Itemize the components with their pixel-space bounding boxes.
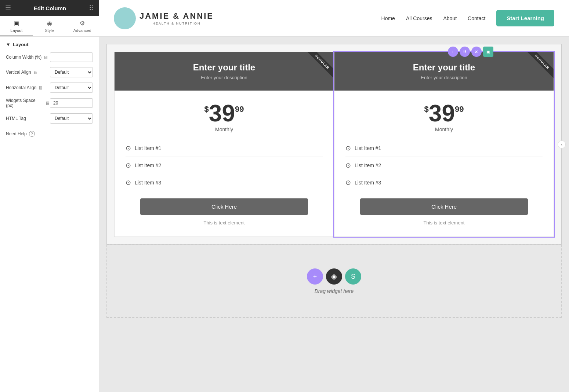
tab-advanced[interactable]: ⚙ Advanced	[66, 16, 99, 36]
toolbar-edit-button[interactable]: ▣	[483, 47, 493, 57]
price-period-1: Monthly	[215, 127, 233, 132]
pricing-card-2-body: $ 39 99 Monthly ⊙ List Item #1 ⊙	[334, 91, 554, 237]
click-here-button-2[interactable]: Click Here	[360, 198, 528, 215]
toolbar-move-button[interactable]: ⠿	[460, 47, 470, 57]
tab-layout-label: Layout	[10, 28, 22, 33]
horizontal-align-select[interactable]: Default Left Center Right	[50, 83, 93, 93]
price-dollar-1: $	[204, 105, 209, 114]
drag-section: + ◉ S Drag widget here	[106, 245, 562, 318]
check-icon: ⊙	[126, 144, 131, 152]
horizontal-align-row: Horizontal Align 🖥 Default Left Center R…	[6, 83, 93, 93]
canvas-inner: + ⠿ ✕ ▣ Enter your title Enter your desc…	[99, 37, 569, 325]
nav-home[interactable]: Home	[381, 15, 395, 21]
list-items-1: ⊙ List Item #1 ⊙ List Item #2 ⊙ List Ite…	[126, 140, 323, 191]
text-element-2: This is text element	[424, 220, 465, 226]
monitor-icon-1: 🖥	[33, 70, 38, 75]
pricing-card-2-header: Enter your title Enter your description …	[334, 52, 554, 91]
pricing-card-1-header: Enter your title Enter your description …	[115, 52, 334, 91]
tab-style[interactable]: ◉ Style	[33, 16, 66, 36]
pricing-card-2-desc: Enter your description	[342, 75, 546, 80]
widgets-space-input-wrapper	[50, 98, 93, 108]
html-tag-label: HTML Tag	[6, 116, 50, 121]
pricing-card-1-body: $ 39 99 Monthly ⊙ List Item #1 ⊙	[115, 91, 334, 237]
canvas: + ⠿ ✕ ▣ Enter your title Enter your desc…	[99, 37, 569, 392]
advanced-tab-icon: ⚙	[80, 20, 85, 27]
click-here-button-1[interactable]: Click Here	[140, 198, 308, 215]
widgets-space-input[interactable]	[50, 98, 93, 108]
logo-circle	[114, 7, 136, 29]
price-cents-2: 99	[455, 105, 464, 114]
navbar: JAMIE & ANNIE HEALTH & NUTRITION Home Al…	[99, 0, 569, 37]
widgets-space-label: Widgets Space (px) 🖥	[6, 98, 50, 108]
check-icon: ⊙	[345, 179, 351, 187]
check-icon: ⊙	[345, 161, 351, 169]
drag-icon-element[interactable]: S	[345, 268, 361, 285]
drag-icons: + ◉ S	[307, 268, 361, 285]
pricing-card-1-title: Enter your title	[122, 62, 326, 73]
pricing-card-2-title: Enter your title	[342, 62, 546, 73]
main-area: JAMIE & ANNIE HEALTH & NUTRITION Home Al…	[99, 0, 569, 392]
nav-contact[interactable]: Contact	[468, 15, 485, 21]
horizontal-align-label: Horizontal Align 🖥	[6, 85, 50, 91]
vertical-align-select[interactable]: Default Top Middle Bottom	[50, 67, 93, 77]
list-item: ⊙ List Item #2	[345, 157, 543, 174]
check-icon: ⊙	[345, 144, 351, 152]
monitor-icon-2: 🖥	[38, 85, 43, 91]
widgets-space-row: Widgets Space (px) 🖥	[6, 98, 93, 108]
price-period-2: Monthly	[435, 127, 453, 132]
floating-toolbar: + ⠿ ✕ ▣	[448, 47, 493, 57]
layout-tab-icon: ▣	[14, 20, 19, 27]
html-tag-input-wrapper: Default div section article	[50, 113, 93, 124]
help-icon: ?	[29, 131, 35, 137]
list-item: ⊙ List Item #1	[345, 140, 543, 157]
pricing-card-2: Enter your title Enter your description …	[334, 52, 554, 237]
list-item: ⊙ List Item #1	[126, 140, 323, 157]
vertical-align-label: Vertical Align 🖥	[6, 70, 50, 75]
list-item: ⊙ List Item #3	[345, 174, 543, 191]
nav-about[interactable]: About	[443, 15, 457, 21]
price-dollar-2: $	[424, 105, 429, 114]
toolbar-close-button[interactable]: ✕	[471, 47, 482, 57]
layout-section-header[interactable]: ▼ Layout	[6, 42, 93, 47]
list-item: ⊙ List Item #2	[126, 157, 323, 174]
hamburger-icon[interactable]: ☰	[5, 4, 11, 12]
list-items-2: ⊙ List Item #1 ⊙ List Item #2 ⊙ List Ite…	[345, 140, 543, 191]
tab-layout[interactable]: ▣ Layout	[0, 16, 33, 36]
section-arrow: ▼	[6, 42, 11, 47]
tab-advanced-label: Advanced	[73, 28, 91, 33]
toolbar-add-button[interactable]: +	[448, 47, 458, 57]
monitor-icon-0: 🖥	[43, 55, 48, 60]
column-width-label: Column Width (%) 🖥	[6, 55, 50, 60]
style-tab-icon: ◉	[47, 20, 52, 27]
start-learning-button[interactable]: Start Learning	[496, 10, 554, 26]
logo-sub: HEALTH & NUTRITION	[139, 22, 214, 25]
drag-text: Drag widget here	[315, 288, 354, 294]
top-bar-title: Edit Column	[34, 5, 66, 11]
column-width-input[interactable]	[50, 52, 93, 62]
column-width-input-wrapper	[50, 52, 93, 62]
logo-text: JAMIE & ANNIE HEALTH & NUTRITION	[139, 11, 214, 25]
drag-icon-widget[interactable]: ◉	[326, 268, 342, 285]
panel-content: ▼ Layout Column Width (%) 🖥 Vertical Ali…	[0, 37, 99, 392]
tab-style-label: Style	[45, 28, 54, 33]
text-element-1: This is text element	[204, 220, 245, 226]
column-width-row: Column Width (%) 🖥	[6, 52, 93, 62]
top-bar: ☰ Edit Column ⠿	[0, 0, 99, 16]
price-cents-1: 99	[235, 105, 244, 114]
collapse-toggle[interactable]: ‹	[558, 140, 566, 149]
monitor-icon-3: 🖥	[45, 100, 50, 106]
html-tag-select[interactable]: Default div section article	[50, 113, 93, 124]
horizontal-align-input-wrapper: Default Left Center Right	[50, 83, 93, 93]
price-amount-1: 39	[209, 102, 235, 125]
vertical-align-row: Vertical Align 🖥 Default Top Middle Bott…	[6, 67, 93, 77]
nav-all-courses[interactable]: All Courses	[406, 15, 432, 21]
check-icon: ⊙	[126, 179, 131, 187]
grid-icon[interactable]: ⠿	[89, 4, 94, 12]
nav-links: Home All Courses About Contact Start Lea…	[381, 10, 554, 26]
pricing-card-1-desc: Enter your description	[122, 75, 326, 80]
need-help[interactable]: Need Help ?	[6, 131, 93, 137]
vertical-align-input-wrapper: Default Top Middle Bottom	[50, 67, 93, 77]
logo: JAMIE & ANNIE HEALTH & NUTRITION	[114, 7, 214, 29]
drag-icon-add[interactable]: +	[307, 268, 323, 285]
price-1: $ 39 99	[204, 102, 244, 125]
